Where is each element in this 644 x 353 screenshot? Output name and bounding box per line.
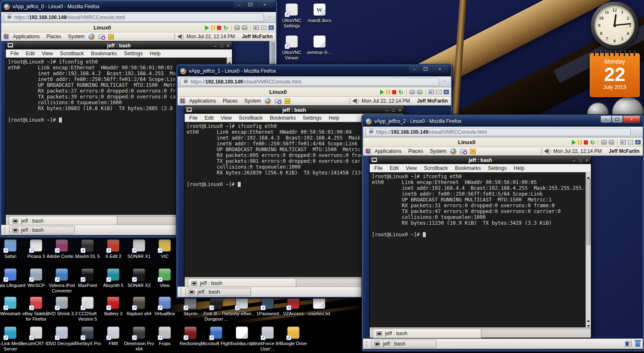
desktop-icon[interactable]: ↗ Picasa 3 [23,239,49,259]
konsole-maximize-button[interactable]: □ [392,108,395,113]
vm-fit-view-icon[interactable] [628,140,633,145]
workspace-switcher[interactable] [625,341,632,347]
konsole-menu-item[interactable]: Help [150,51,161,56]
desktop-icon[interactable]: ↗ MaxIm DL 5 [75,239,100,259]
applications-menu-icon[interactable] [365,148,371,154]
desktop-icon[interactable]: ↗ Adobe Conte... [49,239,75,259]
desktop-icon[interactable]: ↗ Skyrim [178,297,203,322]
vm-pause-button[interactable] [386,90,390,94]
desktop-icon[interactable]: ↗ TheSkyX Pro [75,326,100,352]
konsole-minimize-button[interactable]: – [573,158,576,163]
vm-cd-icon[interactable] [242,25,247,30]
vm-reset-button[interactable]: ↻ [590,140,595,145]
panel-user[interactable]: Jeff McFarlin [417,98,448,104]
konsole-titlebar[interactable]: jeff : bash – □ × [370,156,591,164]
desktop-icon[interactable]: ↗ SONAR X1 [126,239,152,259]
clock-gadget[interactable]: 121234567891011 [591,2,638,49]
konsole-close-button[interactable]: × [586,158,588,163]
url-field[interactable]: https://192.168.100.149/cloud/VMRCConsol… [4,13,264,22]
panel-menu-item[interactable]: Applications [189,98,216,104]
desktop-icon[interactable]: ↗ VZAccess [281,297,306,322]
desktop-icon[interactable]: ↗ X-Edit 2 [100,239,126,259]
speaker-icon[interactable] [354,99,357,103]
konsole-menu-item[interactable]: File [374,165,383,171]
vm-devices-icon[interactable] [234,25,240,30]
panel-user[interactable]: Jeff McFarlin [609,148,639,154]
taskbar-window-button[interactable]: jeff : bash [371,340,437,348]
maximize-button[interactable] [420,66,431,73]
konsole-menu-item[interactable]: Help [514,165,524,171]
vm-stop-button[interactable] [392,90,396,94]
vm-fullscreen-icon[interactable]: × [444,90,449,94]
vm-cd-icon[interactable] [417,90,422,94]
panel-menu-item[interactable]: System [244,98,261,104]
desktop-icon[interactable]: ↗ Microsoft Flight [203,326,229,352]
notes-icon[interactable] [285,98,290,104]
konsole-menu-item[interactable]: View [406,165,417,171]
konsole-menu-item[interactable]: Scrollback [239,115,263,121]
taskbar-window-button[interactable]: jeff : bash [9,226,75,234]
desktop-icon[interactable]: ↗ View [152,268,178,294]
desktop-icon[interactable]: ↗ eBay Sidebar for Firefox [23,297,49,322]
panel-menu-item[interactable]: Places [223,98,238,104]
mail-icon[interactable] [460,149,466,154]
desktop-icon[interactable]: ↗ WinSCP [23,268,49,294]
desktop-icon[interactable]: ↗ crashes.txt [306,297,332,322]
speaker-icon[interactable] [546,150,549,153]
vm-cd-icon[interactable] [609,140,614,145]
konsole-menu-item[interactable]: Scrollback [60,51,84,56]
url-bar[interactable]: https://192.168.100.149/cloud/VMRCConsol… [178,76,451,87]
panel-user[interactable]: Jeff McFarlin [242,34,273,39]
desktop-icon[interactable]: ↗ D-Link Media Server [0,326,23,352]
bookmark-star-icon[interactable]: ☆ [634,128,639,136]
desktop-icon[interactable]: ↗ VIC [152,239,178,259]
url-field[interactable]: https://192.168.100.149/cloud/VMRCConsol… [366,128,631,136]
vm-devices-icon[interactable] [601,140,607,145]
konsole-window[interactable]: jeff : bash – □ × FileEditViewScrollback… [369,156,591,338]
close-button[interactable]: × [256,1,273,8]
firefox-launcher-icon[interactable] [265,98,271,104]
konsole-maximize-button[interactable]: □ [220,43,223,48]
desktop-icon[interactable]: ↗ seminar-9-... [307,35,332,61]
konsole-titlebar[interactable]: jeff : bash – □ × [185,106,404,114]
konsole-close-button[interactable]: × [399,108,401,113]
vm-console-view-icon[interactable] [429,90,434,94]
desktop-icon[interactable]: ↗ Dimension Pro x64 [126,326,152,352]
vm-stop-button[interactable] [217,26,221,30]
vm-stop-button[interactable] [584,140,588,145]
desktop-icon[interactable]: ↗ WorkForce 845 User'... [255,326,281,352]
konsole-menu-item[interactable]: Edit [26,51,35,56]
close-button[interactable]: × [623,116,640,123]
firefox-window-2[interactable]: vApp_jeffco_2 - Linux0 - Mozilla Firefox… [362,115,644,351]
close-button[interactable]: × [431,66,449,73]
konsole-menu-item[interactable]: Bookmarks [455,165,481,171]
panel-menu-item[interactable]: Places [408,148,423,154]
desktop-icon[interactable]: ↗ SONAR X2 [126,268,152,294]
panel-menu-item[interactable]: System [68,34,85,39]
panel-clock[interactable]: Mon Jul 22, 12:14 PM [361,98,410,104]
vm-play-button[interactable] [380,90,384,95]
minimize-button[interactable]: – [600,116,612,123]
vm-fit-view-icon[interactable] [261,25,266,30]
desktop-icon[interactable]: ↗ UltraVNC Viewer [279,35,305,61]
bookmark-star-icon[interactable]: ★ [442,78,448,86]
panel-clock[interactable]: Mon Jul 22, 12:14 PM [186,34,235,39]
vm-console-view-icon[interactable] [620,140,626,145]
desktop-icon[interactable]: ↗ Wireshark [0,297,23,322]
desktop-icon[interactable]: ↗ Data Lifeguard [0,268,23,294]
konsole-menu-item[interactable]: Settings [488,165,507,171]
konsole-menu-item[interactable]: Edit [390,165,399,171]
konsole-menu-item[interactable]: Settings [124,51,143,56]
desktop-icon[interactable]: ↗ Safari [0,239,23,259]
vm-play-button[interactable] [572,140,576,145]
desktop-icon[interactable]: ↗ UltraVNC Settings [279,3,305,29]
desktop-icon[interactable]: ↗ Videora iPod Converter [49,268,75,294]
vm-pause-button[interactable] [578,140,582,145]
desktop-icon[interactable]: ↗ Google Drive [281,326,306,352]
desktop-icon[interactable]: ↗ Reckoning [178,326,203,352]
konsole-menu-item[interactable]: File [189,115,198,121]
konsole-tab[interactable]: jeff : bash [373,328,481,338]
konsole-menu-item[interactable]: Scrollback [424,165,448,171]
applications-menu-icon[interactable] [3,34,9,39]
panel-menu-item[interactable]: Applications [13,34,40,39]
